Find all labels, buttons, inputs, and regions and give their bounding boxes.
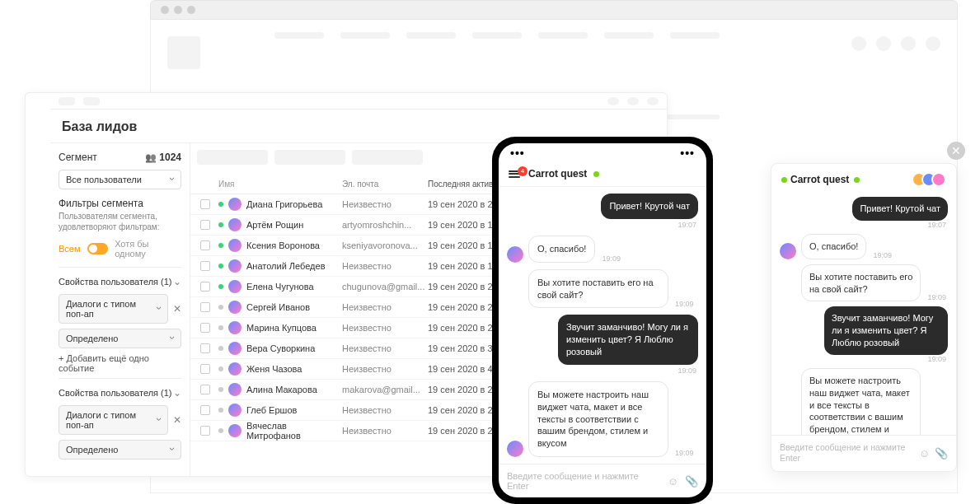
status-dot-icon (218, 222, 223, 227)
message-row: Звучит заманчиво! Могу ли я изменить цве… (507, 315, 698, 365)
row-email: chugunova@gmail... (342, 282, 428, 292)
message-time: 19:09 (678, 366, 696, 375)
row-checkbox[interactable] (200, 240, 210, 250)
toggle-all-label[interactable]: Всем (59, 244, 81, 254)
row-checkbox[interactable] (200, 364, 210, 374)
row-checkbox[interactable] (200, 282, 210, 292)
avatar (228, 342, 241, 355)
row-email: Неизвестно (342, 302, 428, 312)
filter-select-1[interactable]: Диалоги с типом поп-ап (59, 294, 168, 324)
toggle-any-label[interactable]: Хотя бы одному (115, 239, 181, 259)
row-name: Сергей Иванов (246, 302, 310, 312)
widget-input[interactable]: Введите сообщение и нажмите Enter ☺ 📎 (771, 435, 956, 471)
row-name: Анатолий Лебедев (246, 261, 326, 271)
col-name[interactable]: Имя (218, 180, 342, 189)
chat-messages: Привет! Крутой чат19:07О, спасибо!19:09В… (499, 187, 706, 464)
avatar (228, 383, 241, 396)
row-email: Неизвестно (342, 199, 428, 209)
filter-select-2[interactable]: Определено (59, 329, 181, 348)
avatar (780, 243, 796, 259)
team-avatars (917, 172, 946, 187)
avatar (228, 404, 241, 417)
status-dot-icon (218, 264, 223, 268)
message-bubble: Привет! Крутой чат (852, 197, 948, 221)
avatar (228, 239, 241, 252)
avatar (228, 362, 241, 376)
avatar (931, 172, 946, 187)
emoji-icon[interactable]: ☺ (919, 447, 930, 460)
message-time: 19:07 (678, 221, 696, 229)
row-checkbox[interactable] (200, 261, 210, 271)
row-checkbox[interactable] (200, 405, 210, 415)
attach-icon[interactable]: 📎 (935, 447, 948, 460)
message-bubble: Вы хотите поставить его на свой сайт? (528, 269, 668, 309)
row-name: Женя Чазова (246, 364, 302, 374)
emoji-icon[interactable]: ☺ (668, 475, 678, 488)
row-email: Неизвестно (342, 405, 428, 415)
message-row: О, спасибо!19:09 (780, 234, 948, 259)
people-icon (145, 152, 157, 163)
row-email: Неизвестно (342, 343, 428, 353)
status-dot-icon (218, 387, 223, 392)
row-checkbox[interactable] (200, 385, 210, 394)
chat-input[interactable]: Введите сообщение и нажмите Enter ☺ 📎 (499, 464, 706, 497)
segment-select[interactable]: Все пользователи (59, 170, 181, 189)
message-row: Вы хотите поставить его на свой сайт?19:… (507, 269, 698, 309)
col-email[interactable]: Эл. почта (342, 180, 428, 189)
online-icon (781, 177, 787, 183)
segment-label: Сегмент (59, 152, 97, 163)
close-icon[interactable]: ✕ (947, 142, 965, 160)
online-icon (593, 171, 599, 177)
message-row: Привет! Крутой чат (507, 194, 698, 219)
avatar (228, 198, 241, 211)
message-time: 19:09 (873, 251, 892, 259)
widget-messages: Привет! Крутой чат19:07О, спасибо!19:09В… (771, 194, 956, 435)
row-name: Диана Григорьева (246, 199, 322, 209)
status-dot-icon (218, 243, 223, 248)
status-dot-icon (218, 202, 223, 207)
chat-brand: Carrot quest (528, 168, 587, 180)
status-dot-icon (218, 325, 223, 330)
chevron-down-icon[interactable]: ⌄ (173, 276, 181, 287)
avatar (228, 218, 241, 231)
row-name: Вера Суворкина (246, 343, 315, 353)
row-email: artyomroshchin... (342, 220, 428, 230)
remove-filter-icon[interactable]: ✕ (173, 414, 181, 426)
add-event-button[interactable]: + Добавить ещё одно событие (59, 353, 181, 373)
message-bubble: О, спасибо! (528, 236, 595, 263)
row-checkbox[interactable] (200, 426, 210, 436)
row-name: Вячеслав Митрофанов (246, 421, 342, 441)
row-checkbox[interactable] (200, 220, 210, 230)
avatar (228, 321, 241, 334)
widget-input-placeholder: Введите сообщение и нажмите Enter (780, 442, 914, 464)
message-row: Привет! Крутой чат (780, 197, 948, 221)
row-checkbox[interactable] (200, 323, 210, 333)
row-email: kseniyavoronova... (342, 240, 428, 250)
avatar (507, 441, 523, 457)
chat-widget: Carrot quest Привет! Крутой чат19:07О, с… (771, 163, 957, 472)
row-name: Елена Чугунова (246, 282, 314, 292)
filter-select-2b[interactable]: Определено (59, 440, 181, 460)
filter-select-1b[interactable]: Диалоги с типом поп-ап (59, 405, 168, 435)
phone-mock: •••••• 4 Carrot quest Привет! Крутой чат… (492, 137, 713, 504)
avatar (507, 246, 523, 263)
menu-icon[interactable]: 4 (509, 170, 523, 178)
message-time: 19:09 (927, 293, 946, 301)
attach-icon[interactable]: 📎 (685, 475, 698, 488)
status-dot-icon (218, 305, 223, 310)
status-dot-icon (218, 284, 223, 289)
row-name: Ксения Воронова (246, 240, 320, 250)
toggle-switch[interactable] (87, 243, 109, 254)
message-time: 19:09 (927, 355, 946, 363)
row-checkbox[interactable] (200, 343, 210, 353)
widget-header: Carrot quest (771, 164, 956, 194)
row-checkbox[interactable] (200, 199, 210, 209)
chevron-down-icon[interactable]: ⌄ (173, 387, 181, 399)
remove-filter-icon[interactable]: ✕ (173, 303, 181, 315)
filters-sidebar: Сегмент 1024 Все пользователи Фильтры се… (50, 143, 190, 476)
segment-count: 1024 (145, 152, 181, 163)
row-checkbox[interactable] (200, 302, 210, 312)
row-name: Марина Купцова (246, 323, 317, 333)
row-name: Алина Макарова (246, 385, 317, 394)
message-row: Вы можете настроить наш виджет чата, мак… (507, 381, 698, 457)
